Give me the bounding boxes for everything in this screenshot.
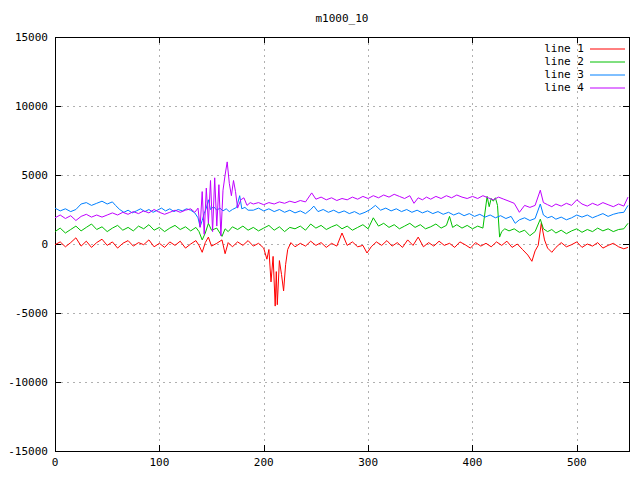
y-tick-label: 10000: [15, 100, 48, 113]
x-tick-label: 200: [254, 456, 274, 469]
legend-label-4: line 4: [544, 81, 584, 94]
legend-label-2: line 2: [544, 55, 584, 68]
y-tick-label: 0: [41, 238, 48, 251]
x-tick-label: 0: [52, 456, 59, 469]
legend-label-3: line 3: [544, 68, 584, 81]
chart-title: m1000_10: [316, 12, 369, 25]
x-tick-label: 300: [358, 456, 378, 469]
axis-tick-labels: 0100200300400500-15000-10000-50000500010…: [8, 31, 587, 469]
x-tick-label: 500: [567, 456, 587, 469]
chart-canvas: 0100200300400500-15000-10000-50000500010…: [0, 0, 640, 480]
y-tick-label: 5000: [22, 169, 49, 182]
plot-border: [56, 38, 630, 452]
x-tick-label: 100: [149, 456, 169, 469]
plot-border-rect: [56, 38, 630, 452]
y-tick-label: -10000: [8, 376, 48, 389]
line-chart: 0100200300400500-15000-10000-50000500010…: [0, 0, 640, 480]
y-tick-label: -15000: [8, 445, 48, 458]
data-series: [55, 162, 628, 306]
series-line-1: [55, 223, 628, 306]
series-line-3: [55, 196, 628, 227]
legend-label-1: line 1: [544, 42, 584, 55]
y-tick-label: 15000: [15, 31, 48, 44]
legend: line 1line 2line 3line 4: [544, 42, 625, 94]
y-tick-label: -5000: [15, 307, 48, 320]
x-tick-label: 400: [463, 456, 483, 469]
